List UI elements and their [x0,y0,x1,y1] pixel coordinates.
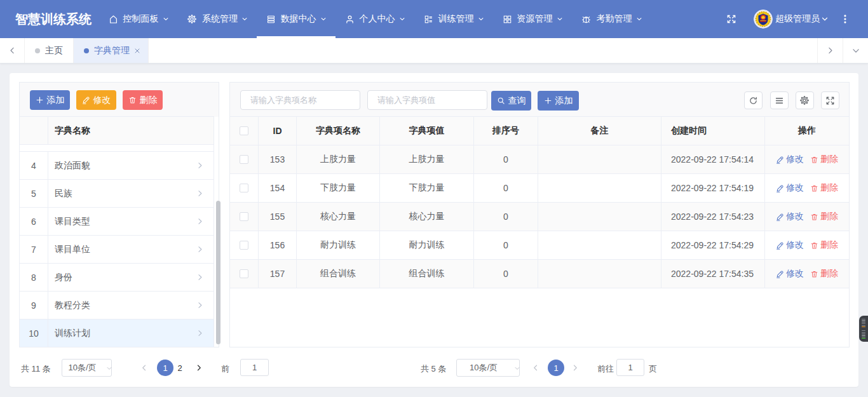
density-menu-icon[interactable] [770,91,789,109]
close-icon[interactable] [133,47,141,55]
edit-row-link[interactable]: 修改 [776,268,804,279]
cell-id: 155 [259,203,297,231]
chevron-right-icon [196,189,204,198]
row-checkbox[interactable] [240,155,248,164]
menu-label: 个人中心 [360,13,395,25]
delete-row-link[interactable]: 删除 [810,239,838,251]
row-checkbox[interactable] [240,184,248,192]
tabs-scroll-right-button[interactable] [817,38,843,63]
left-prev-page-button[interactable] [135,359,153,377]
cell-created: 2022-09-22 17:54:14 [661,145,765,173]
select-all-checkbox[interactable] [240,126,248,135]
menu-training[interactable]: 训练管理 [414,0,493,38]
row-checkbox-cell [230,203,259,231]
cell-sort: 0 [474,174,538,202]
right-jumper-label: 前往 [597,363,614,375]
dict-row[interactable]: 8 身份 [20,264,214,292]
dict-row[interactable]: 5 民族 [20,180,214,208]
left-next-page-button[interactable] [190,359,208,377]
table-fullscreen-icon[interactable] [821,91,839,109]
edit-dict-button[interactable]: 修改 [76,90,116,110]
avatar[interactable] [754,10,773,29]
left-page-jumper-input[interactable] [240,359,269,376]
table-row: 155 核心力量 核心力量 0 2022-09-22 17:54:23 修改 [230,203,849,231]
chevron-down-icon [557,16,563,22]
add-dict-button[interactable]: 添加 [30,90,70,110]
right-page-jumper-input[interactable] [616,359,644,376]
dict-row[interactable]: 9 教程分类 [20,292,214,320]
cell-id: 154 [259,174,297,202]
top-navbar: 智慧训练系统 控制面板 系统管理 数据中心 [0,0,868,38]
left-page-size-select[interactable]: 10条/页 [62,359,112,377]
fullscreen-icon[interactable] [726,14,736,24]
row-checkbox[interactable] [240,269,248,278]
menu-label: 数据中心 [281,13,316,25]
dict-row[interactable]: 4 政治面貌 [20,152,214,180]
refresh-icon[interactable] [744,91,763,109]
row-checkbox[interactable] [240,241,248,250]
dict-row-index: 8 [20,264,48,291]
button-label: 删除 [140,95,158,106]
edit-link-label: 修改 [786,211,804,222]
dict-row-index: 4 [20,152,48,179]
cell-name: 耐力训练 [297,231,380,259]
chevron-down-icon[interactable] [821,15,829,23]
dict-row[interactable]: 6 课目类型 [20,208,214,236]
cell-operations: 修改 删除 [765,231,849,259]
edit-row-link[interactable]: 修改 [776,154,804,165]
delete-dict-button[interactable]: 删除 [123,90,163,110]
right-page-1-button[interactable]: 1 [548,360,564,376]
left-page-2-button[interactable]: 2 [172,360,188,376]
menu-system[interactable]: 系统管理 [178,0,257,38]
header-value: 字典项值 [380,117,474,145]
dict-row[interactable]: 7 课目单位 [20,236,214,264]
edit-row-link[interactable]: 修改 [776,239,804,251]
home-icon [109,15,118,24]
add-dict-item-button[interactable]: 添加 [538,91,579,111]
page-size-label: 10条/页 [68,362,96,373]
edit-row-link[interactable]: 修改 [776,211,804,222]
right-page-size-select[interactable]: 10条/页 [456,359,520,377]
tab-home[interactable]: 主页 [25,38,74,63]
right-next-page-button[interactable] [566,359,584,377]
cell-operations: 修改 删除 [765,174,849,202]
right-total-count: 共 5 条 [421,363,446,375]
left-list-scrollbar-thumb[interactable] [216,201,220,344]
delete-row-link[interactable]: 删除 [810,268,838,279]
left-pagination: 共 11 条 10条/页 1 2 前 [18,359,272,377]
more-options-icon[interactable] [840,14,850,24]
dict-row[interactable]: 10 训练计划 [20,320,214,347]
username[interactable]: 超级管理员 [775,13,820,25]
cell-sort: 0 [474,203,538,231]
app-logo: 智慧训练系统 [15,0,92,38]
tabs-scroll-left-button[interactable] [0,38,25,63]
row-checkbox-cell [230,145,259,173]
tabs-menu-button[interactable] [843,38,868,63]
menu-attendance[interactable]: 考勤管理 [572,0,651,38]
dict-row-index: 7 [20,236,48,263]
menu-dashboard[interactable]: 控制面板 [99,0,178,38]
chevron-down-icon [320,16,327,22]
dict-item-name-input[interactable] [240,90,360,110]
settings-gear-icon[interactable] [796,91,814,109]
left-jumper-label: 前 [221,363,229,375]
chevron-down-icon [241,16,248,22]
row-checkbox[interactable] [240,212,248,221]
cell-operations: 修改 删除 [765,260,849,288]
tab-dot [35,48,40,53]
server-icon [266,15,276,24]
right-prev-page-button[interactable] [527,359,545,377]
scroll-indicator-widget[interactable] [859,316,868,342]
tab-dict-management[interactable]: 字典管理 [74,38,149,63]
menu-personal[interactable]: 个人中心 [336,0,414,38]
table-row: 157 组合训练 组合训练 0 2022-09-22 17:54:35 修改 [230,260,849,288]
dict-item-value-input[interactable] [367,90,487,110]
edit-row-link[interactable]: 修改 [776,182,804,194]
delete-row-link[interactable]: 删除 [810,154,838,165]
search-button[interactable]: 查询 [491,91,531,111]
delete-row-link[interactable]: 删除 [810,211,838,222]
menu-data-center[interactable]: 数据中心 [257,0,336,38]
menu-resource[interactable]: 资源管理 [493,0,572,38]
delete-row-link[interactable]: 删除 [810,182,838,194]
cell-name: 核心力量 [297,203,380,231]
